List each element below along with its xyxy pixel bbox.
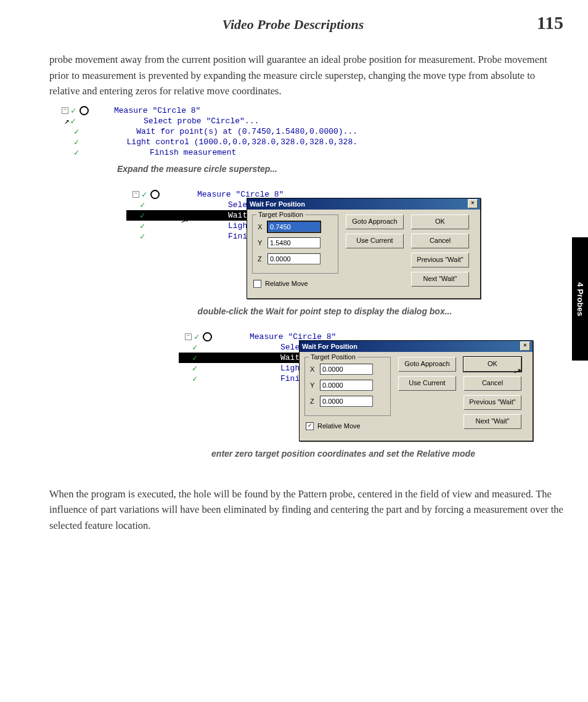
x-input[interactable] <box>267 221 321 232</box>
check-icon: ✓ <box>74 147 79 158</box>
tree-collapse-icon[interactable]: − <box>185 333 192 340</box>
dialog-title: Wait For Position <box>250 198 468 210</box>
check-icon: ✓ <box>74 137 79 147</box>
check-icon: ✓ <box>140 221 145 231</box>
figure-1-tree: − ✓ Measure "Circle 8" ↖ ✓ Select probe … <box>55 105 357 158</box>
figure-3-caption: enter zero target position coordinates a… <box>123 449 563 459</box>
relative-move-checkbox[interactable]: ✓ <box>306 422 314 430</box>
next-wait-button[interactable]: Next "Wait" <box>411 272 469 287</box>
goto-approach-button[interactable]: Goto Approach <box>346 214 404 229</box>
tree-line: Measure "Circle 8" <box>114 106 357 115</box>
circle-icon <box>80 106 89 115</box>
wait-for-position-dialog: Wait For Position × Target Position X Y <box>299 340 533 441</box>
check-icon: ✓ <box>140 231 145 242</box>
cursor-icon: ↖ <box>64 116 69 126</box>
relative-move-label: Relative Move <box>265 280 308 287</box>
z-input[interactable] <box>320 396 373 407</box>
figure-2-caption: double-click the Wait for point step to … <box>86 306 563 316</box>
z-label: Z <box>258 255 267 263</box>
check-icon: ✓ <box>192 353 197 363</box>
figure-1-caption: Expand the measure circle superstep... <box>117 164 563 174</box>
section-tab: 4 Probes <box>572 237 588 361</box>
page-number: 115 <box>537 12 563 33</box>
tree-line: Wait for point(s) at (0.7450,1.5480,0.00… <box>112 127 357 136</box>
y-input[interactable] <box>320 380 373 391</box>
check-icon: ✓ <box>194 332 199 342</box>
ok-button[interactable]: OK <box>463 357 521 372</box>
tree-collapse-icon[interactable]: − <box>133 191 139 198</box>
check-icon: ✓ <box>71 105 76 116</box>
previous-wait-button[interactable]: Previous "Wait" <box>463 395 521 410</box>
relative-move-label: Relative Move <box>317 422 361 430</box>
check-icon: ✓ <box>140 210 145 221</box>
circle-icon <box>203 332 212 341</box>
check-icon: ✓ <box>142 189 147 200</box>
paragraph-2: When the program is executed, the hole w… <box>49 486 563 534</box>
goto-approach-button[interactable]: Goto Approach <box>398 357 456 372</box>
check-icon: ✓ <box>74 126 79 137</box>
y-label: Y <box>310 382 320 389</box>
check-icon: ✓ <box>70 116 75 126</box>
x-input[interactable] <box>320 364 373 375</box>
check-icon: ✓ <box>192 342 197 353</box>
x-label: X <box>258 223 267 231</box>
ok-button[interactable]: OK <box>411 214 469 229</box>
close-icon[interactable]: × <box>520 341 530 351</box>
use-current-button[interactable]: Use Current <box>346 234 404 248</box>
check-icon: ✓ <box>140 200 145 210</box>
check-icon: ✓ <box>192 363 197 373</box>
target-position-group: Target Position X Y Z <box>304 357 391 416</box>
cancel-button[interactable]: Cancel <box>463 376 521 391</box>
z-label: Z <box>310 398 320 405</box>
x-label: X <box>310 365 320 373</box>
close-icon[interactable]: × <box>468 199 478 208</box>
dialog-title: Wait For Position <box>302 341 520 352</box>
wait-for-position-dialog: Wait For Position × Target Position X Y <box>247 198 481 299</box>
z-input[interactable] <box>267 253 321 264</box>
relative-move-checkbox[interactable] <box>253 280 261 288</box>
check-icon: ✓ <box>192 373 197 384</box>
use-current-button[interactable]: Use Current <box>398 376 456 391</box>
target-position-group: Target Position X Y Z <box>252 214 338 274</box>
previous-wait-button[interactable]: Previous "Wait" <box>411 253 469 267</box>
page-title: Video Probe Descriptions <box>49 17 537 33</box>
tree-line: Light control (1000.0,0.0,328.0,328.0,32… <box>102 137 357 147</box>
circle-icon <box>150 190 160 199</box>
cancel-button[interactable]: Cancel <box>411 234 469 248</box>
next-wait-button[interactable]: Next "Wait" <box>463 414 521 429</box>
group-label: Target Position <box>256 211 305 218</box>
tree-line: Select probe "Circle"... <box>119 116 357 126</box>
tree-collapse-icon[interactable]: − <box>62 107 68 114</box>
y-label: Y <box>258 239 267 247</box>
group-label: Target Position <box>309 353 357 361</box>
y-input[interactable] <box>267 237 321 248</box>
tree-line: Finish measurement <box>125 148 357 157</box>
paragraph-1: probe movement away from the current pos… <box>49 52 563 99</box>
